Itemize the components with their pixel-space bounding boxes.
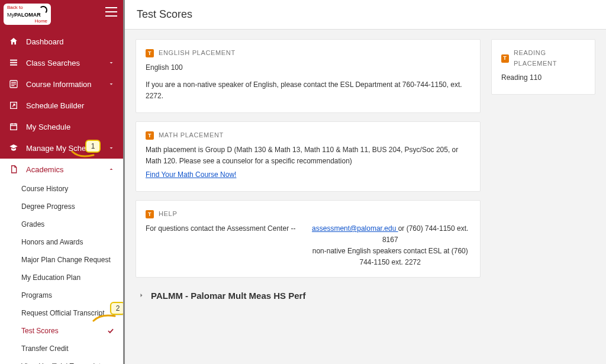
home-icon	[8, 37, 19, 46]
content: T ENGLISH PLACEMENT English 100 If you a…	[125, 30, 606, 315]
card-math-placement: T MATH PLACEMENT Math placement is Group…	[136, 121, 481, 192]
svg-rect-5	[11, 83, 16, 84]
card-title-text: ENGLISH PLACEMENT	[159, 48, 236, 59]
t-badge-icon: T	[146, 131, 154, 140]
nav-course-information[interactable]: Course Information	[0, 73, 123, 95]
palmm-title: PALMM - Palomar Mult Meas HS Perf	[151, 291, 305, 301]
sub-degree-progress[interactable]: Degree Progress	[0, 198, 123, 215]
card-title-text: HELP	[159, 209, 177, 220]
svg-rect-8	[11, 124, 17, 130]
sub-honors[interactable]: Honors and Awards	[0, 233, 123, 251]
calendar-icon	[8, 122, 19, 131]
sub-major-plan[interactable]: Major Plan Change Request	[0, 251, 123, 269]
nav-my-schedule[interactable]: My Schedule	[0, 116, 123, 137]
help-left-text: For questions contact the Assessment Cen…	[146, 223, 295, 234]
t-badge-icon: T	[501, 54, 509, 63]
math-body: Math placement is Group D (Math 130 & Ma…	[146, 144, 470, 167]
card-help: T HELP For questions contact the Assessm…	[136, 200, 481, 277]
chevron-right-icon	[138, 292, 145, 299]
nav-class-searches[interactable]: Class Searches	[0, 52, 123, 73]
sub-test-scores[interactable]: Test Scores	[0, 322, 123, 340]
english-note: If you are a non-native speaker of Engli…	[146, 79, 470, 102]
sub-grades[interactable]: Grades	[0, 215, 123, 233]
nav-label: My Schedule	[26, 123, 70, 131]
svg-rect-6	[11, 85, 14, 86]
sidebar: Back to MyPALOMAR Home Dashboard Class S…	[0, 0, 123, 364]
nav-label: Academics	[26, 165, 64, 174]
sub-transfer-credit[interactable]: Transfer Credit	[0, 340, 123, 357]
sub-course-history[interactable]: Course History	[0, 180, 123, 198]
academics-subnav: Course History Degree Progress Grades Ho…	[0, 180, 123, 364]
svg-rect-0	[10, 60, 17, 61]
graduation-icon	[8, 143, 19, 153]
callout-badge-2: 2	[110, 302, 123, 315]
card-english-placement: T ENGLISH PLACEMENT English 100 If you a…	[136, 39, 481, 113]
nav-label: Dashboard	[26, 37, 64, 46]
main: Test Scores T ENGLISH PLACEMENT English …	[123, 0, 606, 364]
menu-toggle-icon[interactable]	[105, 7, 117, 17]
logo[interactable]: Back to MyPALOMAR Home	[4, 4, 51, 25]
t-badge-icon: T	[146, 210, 154, 218]
list-icon	[8, 58, 19, 67]
nav-label: Course Information	[26, 80, 92, 89]
t-badge-icon: T	[146, 49, 154, 57]
nav-label: Class Searches	[26, 59, 80, 67]
palmm-expander[interactable]: PALMM - Palomar Mult Meas HS Perf	[136, 286, 481, 305]
external-icon	[8, 101, 19, 110]
logo-arc-icon	[39, 6, 47, 14]
chevron-down-icon	[108, 144, 115, 152]
logo-home: Home	[35, 18, 47, 24]
svg-rect-2	[10, 65, 17, 66]
help-email-link[interactable]: assessment@palomar.edu	[312, 224, 398, 233]
chevron-down-icon	[108, 80, 115, 88]
page-title: Test Scores	[125, 0, 606, 30]
english-result: English 100	[146, 62, 470, 73]
sub-unofficial[interactable]: View Unofficial Transcript	[0, 357, 123, 364]
nav-dashboard[interactable]: Dashboard	[0, 31, 123, 52]
sub-programs[interactable]: Programs	[0, 286, 123, 304]
logo-backto: Back to	[7, 5, 23, 10]
sub-education-plan[interactable]: My Education Plan	[0, 269, 123, 286]
grid-icon	[8, 79, 19, 89]
nav-schedule-builder[interactable]: Schedule Builder	[0, 95, 123, 116]
chevron-down-icon	[108, 59, 115, 66]
nav-label: Schedule Builder	[26, 101, 84, 110]
nav-academics[interactable]: Academics 1	[0, 159, 123, 180]
card-reading-placement: T READING PLACEMENT Reading 110	[491, 39, 595, 95]
card-title-text: MATH PLACEMENT	[159, 130, 224, 141]
chevron-up-icon	[108, 166, 115, 173]
callout-badge-1: 1	[85, 140, 101, 153]
help-esl-line: non-native English speakers contact ESL …	[310, 246, 470, 268]
card-title-text: READING PLACEMENT	[514, 48, 585, 69]
sidebar-header: Back to MyPALOMAR Home	[0, 0, 123, 28]
svg-rect-1	[10, 62, 17, 63]
logo-brand: MyPALOMAR	[7, 12, 41, 18]
svg-rect-4	[11, 82, 16, 83]
reading-result: Reading 110	[501, 72, 585, 83]
nav-manage-schedule[interactable]: Manage My Schedule	[0, 137, 123, 159]
content-left-column: T ENGLISH PLACEMENT English 100 If you a…	[136, 39, 481, 305]
content-right-column: T READING PLACEMENT Reading 110	[491, 39, 595, 95]
help-contact: assessment@palomar.edu or (760) 744-1150…	[310, 223, 470, 269]
document-icon	[8, 165, 19, 174]
check-icon	[107, 327, 115, 335]
primary-nav: Dashboard Class Searches Course Informat…	[0, 28, 123, 364]
math-link[interactable]: Find Your Math Course Now!	[146, 170, 236, 179]
